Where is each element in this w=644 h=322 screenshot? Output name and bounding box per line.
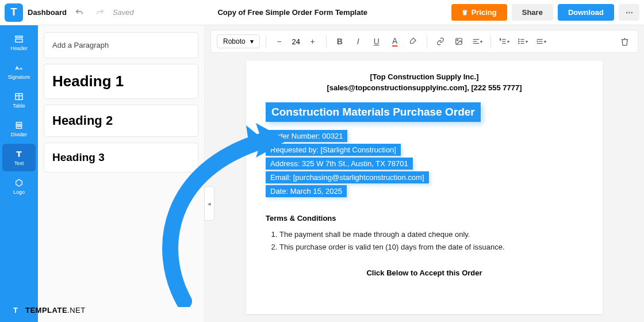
font-family-select[interactable]: Roboto ▾ [217,34,260,48]
highlight-button[interactable] [406,34,421,49]
svg-point-23 [518,43,519,44]
delete-button[interactable] [617,34,632,49]
signature-icon [14,63,24,73]
term-item: This purchase order is valid ten (10) da… [279,241,583,254]
doc-field: Date: March 15, 2025 [266,185,347,197]
download-button[interactable]: Download [558,4,614,21]
chevron-left-icon: ◂ [208,200,211,208]
canvas-area: ◂ Roboto ▾ − 24 + B I U A ▾ 1▾ ▾ ▾ [205,25,644,322]
sidebar-item-logo[interactable]: Logo [2,172,36,200]
heading-2-button[interactable]: Heading 2 [44,105,198,137]
sidebar-label: Table [13,103,25,109]
doc-field: Order Number: 00321 [266,130,347,142]
doc-field: Address: 325 W 7th St., Austin, TX 78701 [266,158,413,170]
doc-field: Requested by: [Starlight Construction] [266,144,401,156]
format-toolbar: Roboto ▾ − 24 + B I U A ▾ 1▾ ▾ ▾ [210,30,638,53]
italic-button[interactable]: I [351,34,366,49]
sidebar-label: Text [14,160,24,166]
svg-point-10 [457,40,458,41]
text-icon [14,149,24,159]
svg-text:1: 1 [500,39,501,41]
svg-point-21 [518,39,519,40]
link-button[interactable] [433,34,448,49]
sidebar-label: Header [10,45,28,51]
sidebar-label: Logo [13,189,25,195]
text-color-button[interactable]: A [388,34,402,49]
doc-title-highlight: Construction Materials Purchase Order [266,102,481,122]
doc-field: Email: [purchasing@starlightconstruction… [266,171,429,183]
svg-rect-1 [16,39,22,42]
divider-icon [14,120,24,131]
sidebar-item-divider[interactable]: Divider [2,115,36,143]
align-button[interactable]: ▾ [470,34,485,49]
main: Header Signature Table Divider Text Logo… [0,25,644,322]
heading-3-button[interactable]: Heading 3 [44,143,198,172]
header-icon [14,34,24,44]
sidebar-label: Signature [8,74,30,80]
topbar: T Dashboard Saved Copy of Free Simple Or… [0,0,644,25]
collapse-panel-button[interactable]: ◂ [204,186,214,221]
separator [326,35,327,48]
sidebar-item-signature[interactable]: Signature [2,57,36,85]
left-panel: Add a Paragraph Heading 1 Heading 2 Head… [38,25,205,322]
pricing-button[interactable]: ♛ Pricing [451,4,507,21]
saved-status: Saved [113,8,134,17]
document-canvas[interactable]: [Top Construction Supply Inc.] [sales@to… [246,61,603,314]
crown-icon: ♛ [462,9,468,17]
ordered-list-button[interactable]: 1▾ [497,34,512,49]
doc-company: [Top Construction Supply Inc.] [266,72,583,81]
sidebar: Header Signature Table Divider Text Logo [0,25,38,322]
image-button[interactable] [451,34,466,49]
terms-list: The payment shall be made through a date… [266,228,583,254]
logo-icon [14,178,24,188]
more-button[interactable]: ⋯ [619,4,639,21]
svg-rect-0 [16,36,22,38]
separator [490,35,491,48]
separator [266,35,266,48]
svg-point-22 [518,41,519,41]
font-size[interactable]: 24 [290,37,302,46]
document-title: Copy of Free Simple Order Form Template [139,8,447,17]
bullet-list-button[interactable]: ▾ [515,34,530,49]
more-icon: ⋯ [626,8,633,17]
increase-font-button[interactable]: + [305,34,320,49]
sidebar-item-text[interactable]: Text [2,144,36,171]
pricing-label: Pricing [471,8,497,17]
chevron-down-icon: ▾ [250,37,254,45]
sidebar-label: Divider [11,132,27,137]
sidebar-item-table[interactable]: Table [2,86,36,114]
undo-icon[interactable] [71,5,87,21]
doc-fields-block: Order Number: 00321 Requested by: [Starl… [266,130,583,199]
svg-marker-8 [16,179,22,186]
term-item: The payment shall be made through a date… [279,228,583,241]
svg-rect-7 [16,126,21,128]
svg-rect-5 [16,122,21,124]
heading-1-button[interactable]: Heading 1 [44,64,198,99]
decrease-font-button[interactable]: − [272,34,287,49]
indent-button[interactable]: ▾ [534,34,549,49]
underline-button[interactable]: U [369,34,384,49]
add-paragraph-button[interactable]: Add a Paragraph [44,32,198,58]
doc-contact: [sales@topconstructionsupplyinc.com], [2… [266,83,583,92]
table-icon [14,91,24,102]
accept-text: Click Below to Accept this Order [266,269,583,277]
footer-logo-icon: T [9,304,22,316]
bold-button[interactable]: B [332,34,347,49]
dashboard-link[interactable]: Dashboard [28,8,67,17]
sidebar-item-header[interactable]: Header [2,29,36,56]
app-logo[interactable]: T [5,3,23,22]
separator [427,35,427,48]
terms-heading: Terms & Conditions [266,214,583,223]
share-button[interactable]: Share [512,4,553,21]
footer-brand-text: TEMPLATE.NET [25,306,86,315]
redo-icon[interactable] [92,5,108,21]
font-name: Roboto [223,37,246,45]
footer-brand: T TEMPLATE.NET [9,304,86,316]
